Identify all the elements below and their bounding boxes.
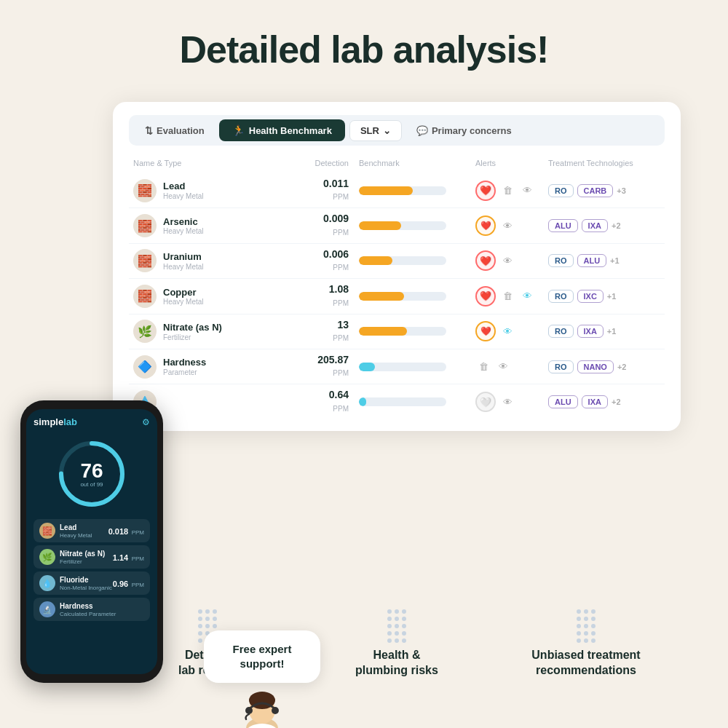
bar-track	[359, 397, 446, 406]
detection-unit: PPM	[333, 405, 349, 413]
phone-item-unit: PPM	[132, 529, 144, 536]
treatment-plus: +1	[607, 292, 617, 301]
bar-track	[359, 327, 446, 336]
contaminant-type: Heavy Metal	[163, 298, 204, 306]
phone-item-value: 1.14	[113, 553, 128, 562]
treatment-badge: ALU	[577, 254, 607, 267]
benchmark-cell	[359, 186, 475, 195]
alert-eye-icon: 👁	[499, 218, 515, 234]
treatments-cell: ROCARB+3	[548, 184, 660, 197]
contaminant-type: Heavy Metal	[163, 227, 204, 235]
phone-list-item: 🔬 Hardness Calculated Parameter	[33, 598, 150, 621]
table-row: 🧱ArsenicHeavy Metal0.009PPM❤️👁ALUIXA+2	[129, 208, 665, 243]
contaminant-cell: 🧱CopperHeavy Metal	[133, 285, 279, 308]
detection-cell: 1.08PPM	[279, 284, 359, 308]
contaminant-type: Fertilizer	[163, 333, 222, 341]
feature-health-risks: Health &plumbing risks	[324, 609, 470, 678]
contaminant-name: Uranium	[163, 251, 204, 263]
table-row: 🧱UraniumHeavy Metal0.006PPM❤️👁ROALU+1	[129, 244, 665, 279]
treatments-cell: ALUIXA+2	[548, 219, 660, 232]
feature-2-text: Health &plumbing risks	[355, 647, 438, 678]
detection-value: 0.64	[279, 389, 349, 400]
bar-fill	[359, 363, 375, 371]
alert-trash-icon: 🗑	[475, 359, 491, 375]
detection-cell: 205.87PPM	[279, 355, 359, 379]
phone-item-name: Fluoride	[60, 576, 112, 585]
simplelab-brand: simplelab	[33, 416, 77, 427]
detection-cell: 0.006PPM	[279, 249, 359, 273]
col-alerts: Alerts	[475, 159, 548, 167]
col-detection: Detection	[279, 159, 359, 167]
contaminant-icon: 🌿	[133, 320, 157, 343]
bar-track	[359, 221, 446, 230]
treatment-plus: +1	[607, 327, 617, 336]
treatment-badge: IXA	[582, 219, 608, 232]
phone-score-area: 76 out of 99	[33, 438, 150, 510]
detection-unit: PPM	[333, 299, 349, 307]
phone-item-info: Hardness Calculated Parameter	[60, 602, 116, 617]
treatments-cell: ROIXC+1	[548, 290, 660, 303]
alerts-cell: ❤️👁	[475, 321, 548, 341]
treatment-badge: IXA	[582, 395, 608, 408]
features-row: Detailedlab results Health &plumbing ris…	[113, 609, 681, 678]
tab-slr[interactable]: SLR ⌄	[349, 120, 402, 141]
contaminant-name: Arsenic	[163, 216, 204, 228]
col-benchmark: Benchmark	[359, 159, 475, 167]
phone-list-item: 🧱 Lead Heavy Metal 0.018 PPM	[33, 519, 150, 542]
phone-item-icon: 🔬	[39, 601, 55, 617]
tab-evaluation[interactable]: ⇅ Evaluation	[135, 121, 215, 141]
phone-item-unit: PPM	[132, 582, 144, 588]
contaminant-icon: 🔷	[133, 355, 157, 379]
treatment-badge: RO	[548, 325, 574, 338]
alert-heart-orange: ❤️	[475, 215, 496, 236]
tab-evaluation-label: Evaluation	[157, 125, 205, 136]
dots-decoration-3	[577, 609, 596, 643]
phone-settings-icon: ⚙	[142, 417, 150, 427]
bar-track	[359, 186, 446, 195]
alerts-cell: ❤️🗑👁	[475, 181, 548, 201]
table-row: 🌿Nitrate (as N)Fertilizer13PPM❤️👁ROIXA+1	[129, 314, 665, 349]
detection-cell: 13PPM	[279, 320, 359, 344]
bar-fill	[359, 256, 392, 265]
alerts-cell: ❤️👁	[475, 250, 548, 271]
treatment-badge: NANO	[577, 360, 614, 373]
contaminant-name: Nitrate (as N)	[163, 322, 222, 333]
detection-cell: 0.64PPM	[279, 389, 359, 414]
health-icon: 🏃	[232, 124, 245, 136]
svg-point-6	[245, 707, 253, 714]
contaminant-icon: 🧱	[133, 249, 157, 272]
phone-item-info: Lead Heavy Metal	[60, 523, 92, 539]
bar-fill	[359, 292, 404, 301]
treatments-cell: ROIXA+1	[548, 325, 660, 338]
treatment-badge: RO	[548, 254, 574, 267]
phone-item-type: Heavy Metal	[60, 532, 92, 539]
alerts-cell: 🗑👁	[475, 359, 548, 375]
treatment-badge: ALU	[548, 395, 578, 408]
treatments-cell: ROALU+1	[548, 254, 660, 267]
contaminant-name: Hardness	[163, 357, 206, 368]
phone-item-icon: 🌿	[39, 549, 55, 565]
benchmark-cell	[359, 221, 475, 230]
treatment-plus: +2	[612, 397, 621, 406]
benchmark-cell	[359, 397, 475, 406]
contaminant-cell: 🧱LeadHeavy Metal	[133, 179, 279, 202]
phone-item-left: 💧 Fluoride Non-Metal Inorganic	[39, 575, 112, 591]
phone-item-value-area: 1.14 PPM	[113, 550, 144, 563]
phone-item-left: 🌿 Nitrate (as N) Fertilizer	[39, 549, 105, 565]
treatment-badge: RO	[548, 184, 574, 197]
phone-item-icon: 💧	[39, 575, 55, 591]
phone-list-item: 💧 Fluoride Non-Metal Inorganic 0.96 PPM	[33, 571, 150, 595]
phone-item-info: Fluoride Non-Metal Inorganic	[60, 576, 112, 591]
contaminant-cell: 🧱UraniumHeavy Metal	[133, 249, 279, 272]
tab-primary-concerns[interactable]: 💬 Primary concerns	[406, 121, 522, 141]
treatment-badge: RO	[548, 360, 574, 373]
phone-list-item: 🌿 Nitrate (as N) Fertilizer 1.14 PPM	[33, 545, 150, 569]
bar-fill	[359, 327, 407, 336]
support-avatar	[233, 683, 291, 728]
phone-item-name: Hardness	[60, 602, 116, 611]
benchmark-cell	[359, 292, 475, 301]
tab-health-benchmark[interactable]: 🏃 Health Benchmark	[219, 119, 345, 141]
phone-outer: simplelab ⚙ 76 out of 99 🧱	[20, 400, 163, 683]
dashboard-card: ⇅ Evaluation 🏃 Health Benchmark SLR ⌄ 💬 …	[113, 102, 681, 431]
alert-eye-icon: 👁	[495, 359, 511, 375]
